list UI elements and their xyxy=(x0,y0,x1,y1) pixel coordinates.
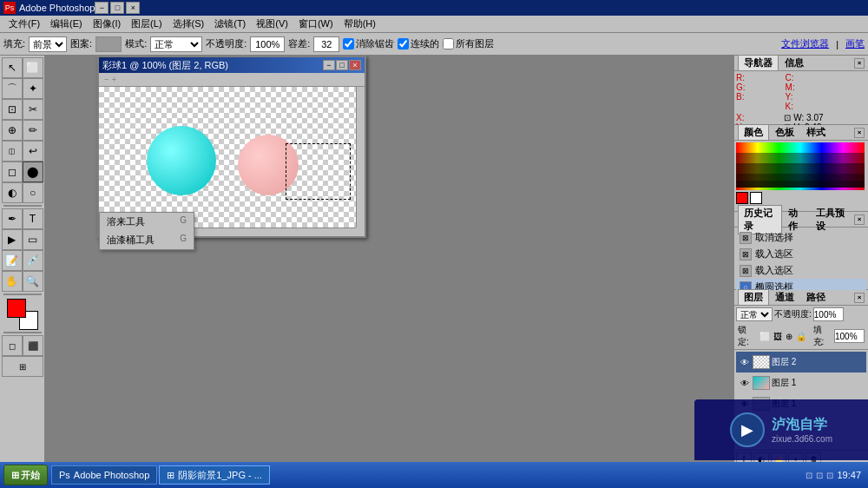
pen-tool[interactable]: ✒ xyxy=(2,208,23,229)
menu-help[interactable]: 帮助(H) xyxy=(339,16,381,31)
move-tool[interactable]: ↖ xyxy=(2,57,23,78)
minimize-button[interactable]: − xyxy=(95,2,108,14)
taskbar-item-file[interactable]: ⊞ 阴影前景1_JPG - ... xyxy=(159,465,270,485)
ctx-paintbucket-tool[interactable]: 油漆桶工具 G xyxy=(100,231,194,249)
menu-filter[interactable]: 滤镜(T) xyxy=(209,16,251,31)
menu-file[interactable]: 文件(F) xyxy=(3,16,45,31)
lock-position-icon[interactable]: ⊕ xyxy=(786,332,792,341)
history-item-3[interactable]: ⊠ 载入选区 xyxy=(736,262,866,279)
lock-all-icon[interactable]: 🔒 xyxy=(796,332,806,341)
start-button[interactable]: ⊞ 开始 xyxy=(3,465,48,485)
color-panel: 颜色 色板 样式 × xyxy=(734,125,868,212)
taskbar-item-photoshop[interactable]: Ps Adobe Photoshop xyxy=(51,465,157,485)
marquee-tool[interactable]: ⬜ xyxy=(23,57,43,78)
menu-image[interactable]: 图像(I) xyxy=(88,16,126,31)
tab-navigator[interactable]: 导航器 xyxy=(738,55,779,71)
brush-label[interactable]: 画笔 xyxy=(845,37,865,50)
stamp-tool[interactable]: ⎅ xyxy=(2,141,23,162)
ctx-bucket-tool[interactable]: 溶来工具 G xyxy=(100,213,194,231)
tab-color[interactable]: 颜色 xyxy=(738,124,769,141)
taskbar-ps-label: Adobe Photoshop xyxy=(74,470,149,480)
ctx-item-shortcut-1: G xyxy=(180,215,187,228)
mode-select[interactable]: 正常 xyxy=(150,36,202,52)
history-panel-close[interactable]: × xyxy=(854,214,865,225)
eyedropper-tool[interactable]: 💉 xyxy=(23,250,43,271)
dodge-tool[interactable]: ○ xyxy=(23,182,43,203)
opacity-input[interactable] xyxy=(813,307,844,321)
doc-close[interactable]: × xyxy=(349,60,361,70)
anti-alias-checkbox[interactable]: 消除锯齿 xyxy=(343,37,394,50)
title-bar-title: Adobe Photoshop xyxy=(19,3,95,13)
close-button[interactable]: × xyxy=(126,2,140,14)
magic-wand-tool[interactable]: ✦ xyxy=(23,78,43,99)
tab-paths[interactable]: 路径 xyxy=(800,289,832,306)
brush-tool[interactable]: ✏ xyxy=(23,120,43,141)
quickmask-mode[interactable]: ⬛ xyxy=(23,335,43,356)
layer-eye-1[interactable]: 👁 xyxy=(739,377,751,389)
heal-tool[interactable]: ⊕ xyxy=(2,120,23,141)
nav-panel-close[interactable]: × xyxy=(854,58,865,69)
menu-edit[interactable]: 编辑(E) xyxy=(45,16,88,31)
pattern-preview[interactable] xyxy=(95,36,122,52)
layer-mode-select[interactable]: 正常 xyxy=(736,307,773,321)
contiguous-checkbox[interactable]: 连续的 xyxy=(398,37,439,50)
doc-maximize[interactable]: □ xyxy=(336,60,348,70)
lock-image-icon[interactable]: 🖼 xyxy=(773,332,782,341)
layer-eye-2[interactable]: 👁 xyxy=(739,356,751,368)
layer-item-2[interactable]: 👁 图层 2 xyxy=(736,352,866,373)
screen-mode[interactable]: ⊞ xyxy=(2,356,43,377)
color-palette[interactable] xyxy=(736,142,865,190)
tab-layers[interactable]: 图层 xyxy=(738,289,769,306)
lock-transparent-icon[interactable]: ⬜ xyxy=(760,332,770,341)
blur-tool[interactable]: ◐ xyxy=(2,182,23,203)
history-brush-tool[interactable]: ↩ xyxy=(23,141,43,162)
doc-scrollbar-vertical[interactable] xyxy=(356,87,365,228)
tab-channels[interactable]: 通道 xyxy=(769,289,800,306)
history-item-2[interactable]: ⊠ 载入选区 xyxy=(736,246,866,262)
notes-tool[interactable]: 📝 xyxy=(2,250,23,271)
history-icon-1: ⊠ xyxy=(740,232,752,244)
layer-item-1[interactable]: 👁 图层 1 xyxy=(736,373,866,393)
menu-layer[interactable]: 图层(L) xyxy=(126,16,167,31)
maximize-button[interactable]: □ xyxy=(110,2,124,14)
title-bar-controls: − □ × xyxy=(95,2,140,14)
eraser-tool[interactable]: ◻ xyxy=(2,162,23,182)
doc-canvas[interactable] xyxy=(99,87,356,228)
path-select-tool[interactable]: ▶ xyxy=(2,229,23,250)
tab-info[interactable]: 信息 xyxy=(779,55,810,71)
tolerance-input[interactable] xyxy=(313,36,339,52)
menu-view[interactable]: 视图(V) xyxy=(251,16,293,31)
menu-select[interactable]: 选择(S) xyxy=(168,16,210,31)
tab-swatches[interactable]: 色板 xyxy=(769,124,800,141)
fill-input[interactable] xyxy=(834,329,865,343)
slice-tool[interactable]: ✂ xyxy=(23,99,43,120)
layers-panel-close[interactable]: × xyxy=(854,293,865,303)
zoom-tool[interactable]: 🔍 xyxy=(23,271,43,292)
canvas-area[interactable]: 彩球1 @ 100% (图层 2, RGB) − □ × − + 溶来工具 G xyxy=(45,56,733,469)
bg-color-preview[interactable] xyxy=(750,192,762,204)
all-layers-checkbox[interactable]: 所有图层 xyxy=(443,37,494,50)
doc-title-bar[interactable]: 彩球1 @ 100% (图层 2, RGB) − □ × xyxy=(99,57,365,73)
text-tool[interactable]: T xyxy=(23,208,43,229)
tab-actions[interactable]: 动作 xyxy=(782,205,810,234)
lasso-tool[interactable]: ⌒ xyxy=(2,78,23,99)
fill-select[interactable]: 前景 xyxy=(29,36,67,52)
color-panel-close[interactable]: × xyxy=(854,128,865,138)
foreground-color-swatch[interactable] xyxy=(7,299,26,318)
tab-tool-presets[interactable]: 工具预设 xyxy=(810,205,854,234)
fg-color-preview[interactable] xyxy=(736,192,748,204)
menu-window[interactable]: 窗口(W) xyxy=(293,16,339,31)
tool-row-6: ◻ ⬤ xyxy=(2,162,43,182)
tab-history[interactable]: 历史记录 xyxy=(738,205,782,234)
hand-tool[interactable]: ✋ xyxy=(2,271,23,292)
standard-mode[interactable]: ◻ xyxy=(2,335,23,356)
browser-label[interactable]: 文件浏览器 xyxy=(781,37,829,50)
opacity-input[interactable] xyxy=(250,36,285,52)
tool-row-4: ⊕ ✏ xyxy=(2,120,43,141)
tab-styles[interactable]: 样式 xyxy=(800,124,832,141)
doc-minimize[interactable]: − xyxy=(323,60,335,70)
fill-tool[interactable]: ⬤ xyxy=(23,162,43,182)
cyan-ball xyxy=(147,126,216,195)
crop-tool[interactable]: ⊡ xyxy=(2,99,23,120)
shape-tool[interactable]: ▭ xyxy=(23,229,43,250)
